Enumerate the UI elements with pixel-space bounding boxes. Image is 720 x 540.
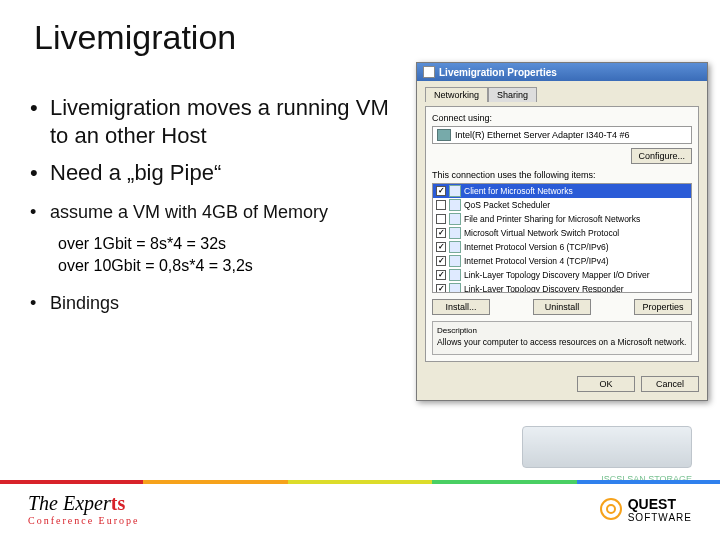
checkbox-icon[interactable] (436, 186, 446, 196)
protocol-icon (449, 283, 461, 293)
experts-logo: The Experts Conference Europe (28, 492, 139, 526)
list-item[interactable]: File and Printer Sharing for Microsoft N… (433, 212, 691, 226)
logo-subtitle: Conference Europe (28, 515, 139, 526)
checkbox-icon[interactable] (436, 242, 446, 252)
list-item[interactable]: Internet Protocol Version 4 (TCP/IPv4) (433, 254, 691, 268)
protocol-icon (449, 269, 461, 281)
connect-using-label: Connect using: (432, 113, 692, 123)
dialog-title-text: Livemigration Properties (439, 67, 557, 78)
properties-button[interactable]: Properties (634, 299, 692, 315)
items-listbox[interactable]: Client for Microsoft NetworksQoS Packet … (432, 183, 692, 293)
quest-logo: QUEST SOFTWARE (600, 496, 692, 523)
quest-brand: QUEST (628, 496, 676, 512)
logo-text-a: The Exper (28, 492, 111, 514)
description-box: Description Allows your computer to acce… (432, 321, 692, 355)
properties-dialog: Livemigration Properties Networking Shar… (416, 62, 708, 401)
list-item[interactable]: Microsoft Virtual Network Switch Protoco… (433, 226, 691, 240)
protocol-icon (449, 255, 461, 267)
adapter-name: Intel(R) Ethernet Server Adapter I340-T4… (455, 130, 630, 140)
items-label: This connection uses the following items… (432, 170, 692, 180)
list-item[interactable]: Internet Protocol Version 6 (TCP/IPv6) (433, 240, 691, 254)
slide-footer: The Experts Conference Europe QUEST SOFT… (0, 480, 720, 540)
install-button[interactable]: Install... (432, 299, 490, 315)
logo-text-b: ts (111, 492, 125, 514)
quest-software: SOFTWARE (628, 512, 692, 523)
uninstall-button[interactable]: Uninstall (533, 299, 591, 315)
adapter-icon (437, 129, 451, 141)
dialog-titlebar[interactable]: Livemigration Properties (417, 63, 707, 81)
network-icon (423, 66, 435, 78)
description-heading: Description (437, 326, 687, 335)
protocol-icon (449, 227, 461, 239)
list-item[interactable]: Link-Layer Topology Discovery Responder (433, 282, 691, 293)
checkbox-icon[interactable] (436, 270, 446, 280)
tab-networking[interactable]: Networking (425, 87, 488, 102)
quest-disc-icon (600, 498, 622, 520)
slide-title: Livemigration (0, 0, 720, 57)
cancel-button[interactable]: Cancel (641, 376, 699, 392)
list-item[interactable]: QoS Packet Scheduler (433, 198, 691, 212)
checkbox-icon[interactable] (436, 256, 446, 266)
ok-button[interactable]: OK (577, 376, 635, 392)
adapter-field: Intel(R) Ethernet Server Adapter I340-T4… (432, 126, 692, 144)
calc-line-1: over 1Gbit = 8s*4 = 32s (58, 233, 398, 255)
list-item[interactable]: Link-Layer Topology Discovery Mapper I/O… (433, 268, 691, 282)
bullet-bindings: Bindings (28, 292, 398, 315)
checkbox-icon[interactable] (436, 228, 446, 238)
protocol-icon (449, 185, 461, 197)
checkbox-icon[interactable] (436, 284, 446, 293)
bullet-1: Livemigration moves a running VM to an o… (28, 94, 398, 149)
checkbox-icon[interactable] (436, 214, 446, 224)
protocol-icon (449, 241, 461, 253)
server-illustration (522, 426, 692, 468)
configure-button[interactable]: Configure... (631, 148, 692, 164)
bullet-assume: assume a VM with 4GB of Memory (28, 201, 398, 224)
protocol-icon (449, 199, 461, 211)
calc-line-2: over 10Gbit = 0,8s*4 = 3,2s (58, 255, 398, 277)
protocol-icon (449, 213, 461, 225)
list-item[interactable]: Client for Microsoft Networks (433, 184, 691, 198)
slide-content: Livemigration moves a running VM to an o… (28, 94, 398, 324)
checkbox-icon[interactable] (436, 200, 446, 210)
tab-sharing[interactable]: Sharing (488, 87, 537, 102)
description-text: Allows your computer to access resources… (437, 337, 687, 347)
bullet-2: Need a „big Pipe“ (28, 159, 398, 187)
